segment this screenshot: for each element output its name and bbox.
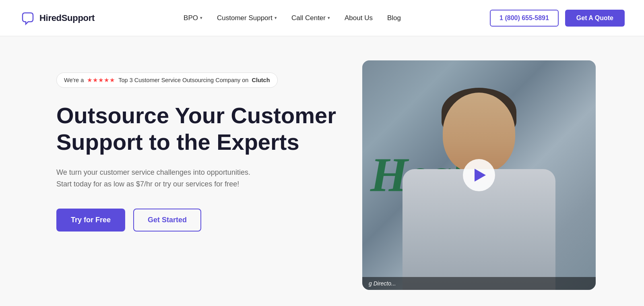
nav-call-center[interactable]: Call Center ▾ <box>291 14 330 22</box>
hero-cta-group: Try for Free Get Started <box>56 209 338 232</box>
phone-button[interactable]: 1 (800) 655-5891 <box>490 10 559 27</box>
play-button[interactable] <box>463 159 495 191</box>
nav-cta-group: 1 (800) 655-5891 Get A Quote <box>490 10 625 27</box>
nav-bpo[interactable]: BPO ▾ <box>184 14 202 22</box>
bpo-chevron-icon: ▾ <box>200 15 202 21</box>
badge-post-text: Top 3 Customer Service Outsourcing Compa… <box>118 77 248 83</box>
star-rating: ★★★★★ <box>87 76 115 84</box>
try-free-button[interactable]: Try for Free <box>56 209 125 232</box>
badge-pre-text: We're a <box>64 77 84 83</box>
play-icon <box>475 169 486 182</box>
get-quote-button[interactable]: Get A Quote <box>565 10 625 27</box>
svg-rect-0 <box>19 10 36 27</box>
hero-video-container[interactable]: Healt g Directo... <box>362 60 596 290</box>
video-caption: g Directo... <box>362 277 596 290</box>
navbar: HiredSupport BPO ▾ Customer Support ▾ Ca… <box>0 0 644 36</box>
customer-support-chevron-icon: ▾ <box>275 15 277 21</box>
nav-customer-support[interactable]: Customer Support ▾ <box>217 14 277 22</box>
video-overlay: Healt g Directo... <box>362 60 596 290</box>
get-started-button[interactable]: Get Started <box>133 209 201 232</box>
hero-title: Outsource Your Customer Support to the E… <box>56 102 338 155</box>
hero-subtitle: We turn your customer service challenges… <box>56 167 266 190</box>
logo-icon <box>19 10 36 27</box>
hero-content: We're a ★★★★★ Top 3 Customer Service Out… <box>56 60 338 232</box>
logo-container[interactable]: HiredSupport <box>19 10 95 27</box>
clutch-brand: Clutch <box>252 77 270 83</box>
nav-links: BPO ▾ Customer Support ▾ Call Center ▾ A… <box>184 14 401 22</box>
call-center-chevron-icon: ▾ <box>328 15 330 21</box>
hero-section: We're a ★★★★★ Top 3 Customer Service Out… <box>0 36 644 306</box>
nav-blog[interactable]: Blog <box>387 14 401 22</box>
brand-name: HiredSupport <box>39 13 95 23</box>
rating-badge: We're a ★★★★★ Top 3 Customer Service Out… <box>56 72 278 88</box>
nav-about-us[interactable]: About Us <box>345 14 373 22</box>
